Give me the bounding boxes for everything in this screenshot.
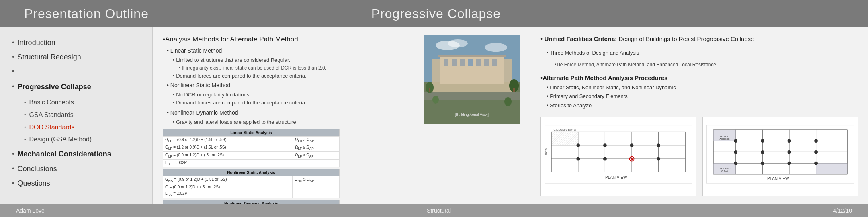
header: Presentation Outline Progressive Collaps… [0, 0, 868, 27]
svg-rect-8 [452, 59, 457, 66]
building-image: [Building Aerial View] [424, 35, 520, 124]
svg-point-64 [760, 139, 764, 143]
apm-title: •Alternate Path Method Analysis Procedur… [540, 74, 858, 81]
svg-text:AREA: AREA [721, 169, 728, 172]
svg-rect-12 [484, 59, 489, 66]
svg-text:BAYS: BAYS [544, 148, 548, 156]
table-cell [293, 190, 340, 198]
outline-sub-design-gsa[interactable]: Design (GSA Method) [24, 133, 92, 146]
table-cell: ΩLF ≥ ΩAP [293, 144, 339, 151]
outline-item-label: Mechanical Considerations [18, 147, 111, 160]
building-svg: [Building Aerial View] [424, 35, 520, 124]
diagrams-row: PLAN VIEW COLUMN BAYS BAYS [540, 117, 858, 196]
table-row: GLF = (1.2 or 0.9)D + (1.5L or .5S) ΩLF … [163, 144, 340, 151]
svg-rect-44 [551, 132, 578, 145]
outline-sub-dod-standards[interactable]: DOD Standards [24, 121, 92, 134]
linear-static-b1: Limited to structures that are considere… [173, 57, 416, 64]
svg-rect-17 [429, 88, 430, 92]
table-row: GLF = (0.9 or 1.2)D + (.5L or .2S) ΩLF ≥… [163, 151, 340, 159]
svg-point-65 [787, 139, 791, 143]
table-row: GLD = (0.9 or 1.2)D + (1.5L or .5S) ΩLD … [163, 136, 340, 144]
table-cell [293, 159, 339, 167]
svg-point-67 [734, 150, 737, 154]
main-content: Introduction Structural Redesign • Progr… [0, 27, 868, 204]
svg-point-39 [603, 157, 607, 161]
outline-sub-basic-concepts[interactable]: Basic Concepts [24, 96, 92, 109]
svg-point-66 [814, 139, 818, 143]
svg-rect-13 [492, 59, 497, 66]
outline-item-label: Conclusions [18, 162, 57, 175]
right-panel: • Unified Facilities Criteria: Design of… [530, 27, 868, 204]
svg-point-73 [787, 162, 791, 165]
diagram-box-2: PUBLIC ACCESS HATCHED AREA PLAN VIEW [702, 117, 858, 196]
nonlinear-static-b2: Demand forces are compared to the accept… [173, 99, 416, 106]
ufc-bullet-1: Three Methods of Design and Analysis [547, 49, 858, 57]
svg-point-37 [657, 143, 660, 147]
footer-right: 4/12/10 [833, 207, 852, 214]
apm-bullet-1: Linear Static, Nonlinear Static, and Non… [547, 84, 858, 92]
svg-rect-11 [476, 59, 481, 66]
ufc-title-span: Design of Buildings to Resist Progressiv… [618, 35, 754, 42]
svg-point-63 [734, 139, 737, 143]
nonlinear-static-table-header: Nonlinear Static Analysis [163, 169, 340, 176]
middle-top: •Analysis Methods for Alternate Path Met… [163, 35, 520, 204]
table-cell: LCN = .002P [163, 190, 293, 198]
svg-point-38 [576, 157, 580, 161]
outline-item-conclusions[interactable]: Conclusions [12, 162, 140, 176]
svg-text:COLUMN BAYS: COLUMN BAYS [554, 128, 576, 131]
middle-panel: •Analysis Methods for Alternate Path Met… [153, 27, 530, 204]
svg-rect-19 [513, 88, 515, 92]
svg-point-35 [603, 143, 607, 147]
nonlinear-static-table: Nonlinear Static Analysis GNS = (0.9 or … [163, 169, 340, 198]
svg-rect-9 [460, 59, 465, 66]
svg-rect-61 [816, 163, 847, 174]
table-cell: GLF = (0.9 or 1.2)D + (.5L or .2S) [163, 151, 293, 159]
analysis-tables: Linear Static Analysis GLD = (0.9 or 1.2… [163, 129, 416, 204]
svg-point-3 [485, 43, 507, 52]
outline-item-introduction[interactable]: Introduction [12, 35, 140, 50]
middle-text: •Analysis Methods for Alternate Path Met… [163, 35, 416, 204]
nonlinear-static-b1: No DCR or regularity limitations [173, 91, 416, 98]
ufc-title-strong: Unified Facilities Criteria: [544, 35, 617, 42]
sub-item-label: Basic Concepts [29, 97, 74, 108]
svg-point-69 [787, 150, 791, 154]
svg-point-70 [814, 150, 818, 154]
svg-point-43 [657, 157, 660, 161]
nonlinear-dynamic-table-header: Nonlinear Dynamic Analysis [163, 200, 340, 204]
footer-left: Adam Love [16, 207, 45, 214]
outline-item-label: Structural Redesign [18, 51, 81, 63]
linear-static-b3: Demand forces are compared to the accept… [173, 72, 416, 80]
outline-list: Introduction Structural Redesign • Progr… [12, 35, 140, 190]
outline-item-progressive-collapse[interactable]: • Progressive Collapse Basic Concepts GS… [12, 65, 140, 147]
diagram-svg-1: PLAN VIEW COLUMN BAYS BAYS [541, 117, 696, 196]
table-row: G = (0.9 or 1.2)D + (.5L or .2S) [163, 184, 340, 190]
outline-item-label: Introduction [18, 36, 55, 49]
nonlinear-dynamic-table: Nonlinear Dynamic Analysis GND = GNS(0.9… [163, 200, 340, 204]
nonlinear-dynamic-b1: Gravity and lateral loads are applied to… [173, 119, 416, 126]
ufc-title: • Unified Facilities Criteria: Design of… [540, 35, 858, 42]
sub-item-label: Design (GSA Method) [29, 134, 92, 145]
left-panel: Introduction Structural Redesign • Progr… [0, 27, 153, 204]
svg-text:[Building Aerial View]: [Building Aerial View] [455, 113, 489, 117]
outline-item-label: Progressive Collapse [18, 80, 91, 93]
outline-item-structural-redesign[interactable]: Structural Redesign [12, 50, 140, 64]
outline-item-mechanical[interactable]: Mechanical Considerations [12, 147, 140, 161]
svg-point-74 [814, 162, 818, 165]
svg-point-71 [734, 162, 737, 165]
svg-point-36 [630, 143, 634, 147]
outline-sub-gsa-standards[interactable]: GSA Standards [24, 109, 92, 121]
header-center-title: Progressive Collapse [371, 6, 501, 21]
table-cell: ΩNS ≥ ΩAP [293, 176, 340, 184]
diagram-svg-2: PUBLIC ACCESS HATCHED AREA PLAN VIEW [703, 117, 858, 196]
table-cell: GLF = (1.2 or 0.9)D + (1.5L or .5S) [163, 144, 293, 151]
table-row: LCN = .002P [163, 190, 340, 198]
table-cell: LCF = .002P [163, 159, 293, 167]
table-cell: G = (0.9 or 1.2)D + (.5L or .2S) [163, 184, 293, 190]
diagram-box-1: PLAN VIEW COLUMN BAYS BAYS [540, 117, 696, 196]
linear-static-header: Linear Static Method [167, 47, 416, 55]
outline-item-questions[interactable]: Questions [12, 176, 140, 190]
svg-point-68 [760, 150, 764, 154]
svg-point-72 [760, 162, 764, 165]
apm-bullet-3: Stories to Analyze [547, 102, 858, 110]
svg-point-21 [504, 97, 512, 106]
